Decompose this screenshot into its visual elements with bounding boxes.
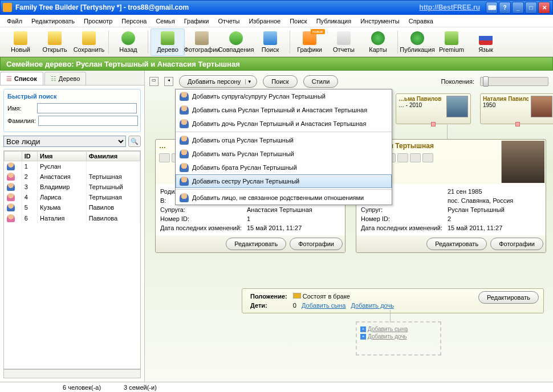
people-filter-select[interactable]: Все люди	[3, 136, 126, 147]
view-toggle-1[interactable]: ▭	[149, 77, 158, 86]
toolbar-Поиск[interactable]: Поиск	[253, 28, 287, 56]
card-tool-icon[interactable]	[397, 153, 408, 162]
dropdown-item[interactable]: Добавить отца Руслан Тертышный	[176, 133, 392, 147]
connector-dot	[431, 122, 436, 126]
add-daughter-link[interactable]: +Добавить дочь	[360, 333, 437, 340]
dropdown-item[interactable]: Добавить сына Руслан Тертышный и Анастас…	[176, 103, 392, 117]
table-row[interactable]: 2АнастасияТертышная	[5, 172, 140, 182]
menu-Редактировать[interactable]: Редактировать	[28, 17, 78, 26]
minimize-button[interactable]: _	[512, 2, 524, 14]
children-label: Дети:	[250, 302, 267, 309]
keyboard-button[interactable]: ⌨	[486, 2, 498, 14]
table-row[interactable]: 3ВладимирТертышный	[5, 182, 140, 192]
table-row[interactable]: 4ЛарисаТертышная	[5, 192, 140, 202]
window-title: Family Tree Builder [Tertyshny *] - tros…	[15, 3, 419, 11]
status-label: Положение:	[250, 293, 287, 300]
Назад-icon	[121, 31, 135, 45]
toolbar-Язык[interactable]: Язык	[469, 28, 503, 56]
Публикация-icon	[410, 31, 424, 45]
children-placeholder: +Добавить сына +Добавить дочь	[356, 321, 441, 356]
add-son-link[interactable]: Добавить сына	[302, 302, 345, 309]
tab-list[interactable]: ☰Список	[0, 72, 43, 85]
connector-dot	[515, 122, 520, 126]
dropdown-item[interactable]: Добавить лицо, не связанное родственными…	[176, 191, 392, 205]
photos-button[interactable]: Фотографии	[290, 238, 343, 250]
add-daughter-link[interactable]: Добавить дочь	[351, 302, 393, 309]
toolbar-Открыть[interactable]: Открыть	[38, 28, 72, 56]
card-tool-icon[interactable]	[422, 153, 433, 162]
toolbar-Дерево[interactable]: Дерево	[151, 28, 185, 56]
status-families: 3 семей(-и)	[112, 384, 168, 391]
search-icon[interactable]: 🔍	[128, 136, 141, 147]
toolbar-Сохранить[interactable]: Сохранить	[72, 28, 106, 56]
menu-Графики[interactable]: Графики	[181, 17, 213, 26]
dropdown-item[interactable]: Добавить брата Руслан Тертышный	[176, 161, 392, 174]
site-link[interactable]: http://BestFREE.ru	[419, 3, 480, 11]
toolbar-Фотографии[interactable]: Фотографии	[185, 28, 219, 56]
toolbar-Отчеты[interactable]: Отчеты	[327, 28, 361, 56]
photos-button[interactable]: Фотографии	[490, 238, 543, 250]
toolbar-Совпадения[interactable]: Совпадения	[219, 28, 253, 56]
dropdown-item[interactable]: Добавить сестру Руслан Тертышный	[176, 174, 392, 188]
toolbar-Карты[interactable]: Карты	[361, 28, 395, 56]
chevron-down-icon[interactable]: ▼	[245, 79, 253, 84]
view-toggle-2[interactable]: ◂	[164, 77, 173, 86]
menu-Поиск[interactable]: Поиск	[286, 17, 310, 26]
menu-Инструменты[interactable]: Инструменты	[357, 17, 403, 26]
menu-Файл[interactable]: Файл	[3, 17, 26, 26]
Новый-icon	[14, 31, 27, 45]
tab-tree[interactable]: ☷Дерево	[44, 72, 87, 85]
Сохранить-icon	[82, 31, 96, 45]
person-icon	[180, 163, 189, 172]
edit-marriage-button[interactable]: Редактировать	[478, 291, 539, 304]
menu-Публикация[interactable]: Публикация	[313, 17, 355, 26]
field-label: Номер ID:	[160, 215, 246, 223]
toolbar-label: Совпадения	[218, 46, 254, 53]
table-row[interactable]: 6НаталияПавилова	[5, 213, 140, 223]
table-row[interactable]: 5КузьмаПавилов	[5, 202, 140, 213]
dropdown-item[interactable]: Добавить супруга/супругу Руслан Тертышны…	[176, 89, 392, 103]
close-button[interactable]: ✕	[538, 2, 550, 14]
toolbar-Premium[interactable]: Premium	[434, 28, 469, 56]
maximize-button[interactable]: □	[525, 2, 537, 14]
toolbar-Новый[interactable]: Новый	[3, 28, 38, 56]
table-row[interactable]: 1Руслан	[5, 161, 140, 172]
generations-slider[interactable]	[480, 77, 548, 86]
card-tool-icon[interactable]	[159, 153, 170, 162]
status-value: Состоят в браке	[303, 293, 350, 300]
plus-icon: +	[360, 326, 366, 332]
menu-Семья[interactable]: Семья	[152, 17, 178, 26]
menu-Персона[interactable]: Персона	[118, 17, 150, 26]
column-header[interactable]: Фамилия	[86, 152, 140, 161]
column-header[interactable]	[5, 152, 22, 161]
column-header[interactable]: ID	[22, 152, 37, 161]
name-input[interactable]	[37, 103, 137, 113]
card-tool-icon[interactable]	[410, 153, 421, 162]
rings-icon	[293, 293, 301, 299]
toolbar-Графики[interactable]: Графикиновое	[292, 28, 327, 56]
edit-button[interactable]: Редактировать	[426, 238, 487, 250]
horizontal-scrollbar[interactable]	[3, 369, 141, 378]
menu-Отчеты[interactable]: Отчеты	[214, 17, 243, 26]
toolbar-Назад[interactable]: Назад	[111, 28, 145, 56]
field-label: Дата последних изменений:	[160, 224, 246, 232]
person-icon	[7, 203, 15, 211]
surname-input[interactable]	[38, 116, 138, 126]
ancestor-card[interactable]: Наталия Павилова1950	[480, 93, 553, 124]
person-photo[interactable]	[501, 141, 544, 183]
column-header[interactable]: Имя	[38, 152, 87, 161]
menu-Просмотр[interactable]: Просмотр	[80, 17, 116, 26]
add-son-link[interactable]: +Добавить сына	[360, 326, 437, 332]
help-button[interactable]: ?	[499, 2, 511, 14]
ancestor-card[interactable]: …ьма Павилов… - 2010	[396, 93, 471, 124]
toolbar-Публикация[interactable]: Публикация	[400, 28, 434, 56]
styles-button[interactable]: Стили	[303, 75, 339, 88]
dropdown-item[interactable]: Добавить дочь Руслан Тертышный и Анастас…	[176, 117, 392, 130]
menu-Справка[interactable]: Справка	[405, 17, 437, 26]
canvas-controls: ▭ ◂ Добавить персону▼ Поиск Стили Поколе…	[149, 75, 548, 88]
search-button[interactable]: Поиск	[263, 75, 297, 88]
add-person-button[interactable]: Добавить персону▼	[179, 75, 257, 88]
edit-button[interactable]: Редактировать	[226, 238, 286, 250]
menu-Избранное[interactable]: Избранное	[245, 17, 284, 26]
dropdown-item[interactable]: Добавить мать Руслан Тертышный	[176, 147, 392, 161]
